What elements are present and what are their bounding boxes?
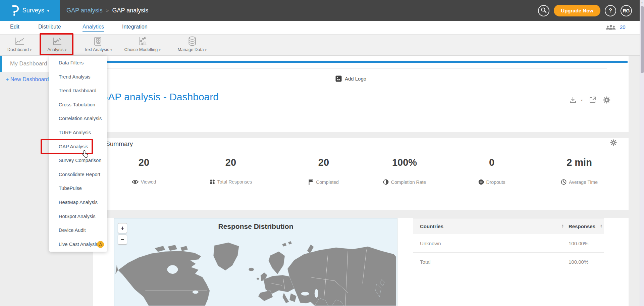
- menu-item-label: Live Cast Analysis: [59, 242, 98, 247]
- menu-item-consolidate-report[interactable]: Consolidate Report: [49, 168, 107, 182]
- nav-integration[interactable]: Integration: [122, 24, 148, 30]
- menu-item-turf-analysis[interactable]: TURF Analysis: [49, 126, 107, 140]
- stat-label: Dropouts: [486, 180, 505, 185]
- download-button[interactable]: [569, 96, 577, 104]
- menu-item-live-cast-analysis[interactable]: Live Cast Analysis: [49, 238, 107, 252]
- nav-distribute[interactable]: Distribute: [38, 24, 61, 30]
- text-analysis-icon: [78, 36, 118, 46]
- menu-item-data-filters[interactable]: Data Filters: [49, 56, 107, 70]
- menu-item-heatmap-analysis[interactable]: HeatMap Analysis: [49, 196, 107, 210]
- menu-item-survey-comparison[interactable]: Survey Comparison: [49, 154, 107, 168]
- menu-item-gap-analysis[interactable]: GAP Analysis: [49, 140, 107, 154]
- dashboard-content: Add Logo GAP analysis - Dashboard ▾: [93, 56, 629, 306]
- toolbar-manage-data[interactable]: Manage Data ▾: [173, 35, 211, 56]
- country-value: 100.00%: [569, 259, 604, 265]
- search-button[interactable]: [538, 5, 549, 16]
- toolbar-dashboard[interactable]: Dashboard ▾: [3, 35, 36, 56]
- new-dashboard-link[interactable]: + New Dashboard: [6, 76, 49, 83]
- product-name: Surveys: [22, 7, 44, 14]
- stat-value: 0: [458, 157, 525, 168]
- my-dashboard-label: My Dashboard: [10, 60, 47, 67]
- upgrade-now-button[interactable]: Upgrade Now: [554, 5, 600, 16]
- stat-value: 20: [110, 157, 177, 168]
- main-nav: Edit Distribute Analytics Integration 20: [0, 21, 644, 35]
- toolbar-analysis[interactable]: Analysis ▾: [41, 35, 73, 56]
- countries-table-header: Countries ▲▼ Responses ▲▼: [413, 218, 604, 234]
- world-map[interactable]: [114, 237, 397, 306]
- analytics-toolbar: Dashboard ▾ Analysis ▾ Text: [0, 35, 644, 56]
- stat-average-time: 2 min Average Time: [546, 157, 613, 185]
- breadcrumb-current: GAP analysis: [112, 7, 148, 14]
- top-bar: Surveys ▾ GAP analysis > GAP analysis Up…: [0, 0, 644, 21]
- menu-item-cross-tabulation[interactable]: Cross-Tabulation: [49, 98, 107, 112]
- stat-value: 100%: [371, 157, 438, 168]
- page-title: GAP analysis - Dashboard: [100, 91, 219, 103]
- chevron-down-icon: ▾: [30, 48, 32, 52]
- scrollbar-up-arrow[interactable]: ▲: [640, 1, 644, 4]
- menu-item-correlation-analysis[interactable]: Correlation Analysis: [49, 112, 107, 126]
- nav-analytics[interactable]: Analytics: [83, 24, 104, 32]
- chevron-down-icon: ▾: [65, 48, 66, 52]
- report-actions: ▾: [569, 96, 611, 104]
- stat-label: Viewed: [141, 179, 156, 185]
- response-distribution-map: Response Distribution + −: [114, 218, 397, 306]
- toolbar-analysis-label: Analysis: [47, 47, 63, 52]
- mouse-cursor-icon: [82, 150, 89, 160]
- dashboard-chart-icon: [3, 36, 36, 46]
- responses-column-header[interactable]: Responses: [569, 223, 595, 229]
- stat-completed: 20 Completed: [290, 157, 357, 185]
- summary-heading: Summary: [106, 140, 133, 148]
- stat-completion-rate: 100% Completion Rate: [371, 157, 438, 185]
- download-caret-icon[interactable]: ▾: [581, 98, 583, 102]
- analysis-chart-icon: [41, 36, 73, 46]
- menu-item-hotspot-analysis[interactable]: HotSpot Analysis: [49, 210, 107, 224]
- respondents-icon: [606, 24, 616, 32]
- toolbar-text-analysis[interactable]: Text Analysis ▾: [78, 35, 118, 56]
- minus-circle-icon: [478, 179, 484, 185]
- accent-divider: [93, 61, 628, 63]
- menu-item-trend-dashboard[interactable]: Trend Dashboard: [49, 84, 107, 98]
- nav-edit[interactable]: Edit: [10, 24, 19, 30]
- page-scrollbar[interactable]: ▲: [640, 0, 644, 306]
- menu-item-trend-analysis[interactable]: Trend Analysis: [49, 70, 107, 84]
- half-circle-icon: [383, 179, 389, 185]
- add-logo-button[interactable]: Add Logo: [95, 68, 607, 89]
- countries-column-header[interactable]: Countries: [420, 223, 443, 229]
- stat-divider: [206, 174, 256, 174]
- summary-gear-icon[interactable]: [610, 139, 617, 148]
- surveys-menu[interactable]: Surveys ▾: [0, 0, 60, 21]
- chevron-down-icon: ▾: [205, 48, 207, 52]
- toolbar-choice-modelling[interactable]: Choice Modelling ▾: [121, 35, 163, 56]
- share-button[interactable]: [589, 96, 597, 104]
- respondents-count[interactable]: 20: [620, 24, 626, 30]
- sort-icon[interactable]: ▲▼: [600, 224, 602, 228]
- eye-icon: [132, 180, 139, 184]
- avatar[interactable]: RG: [621, 5, 632, 16]
- menu-item-device-audit[interactable]: Device Audit: [49, 223, 107, 238]
- country-name: Total: [413, 259, 569, 265]
- section-gap: [93, 132, 629, 138]
- map-title: Response Distribution: [114, 222, 397, 231]
- chevron-down-icon: ▾: [47, 9, 49, 13]
- chevron-down-icon: ▾: [159, 48, 161, 52]
- add-logo-label: Add Logo: [345, 76, 366, 82]
- settings-gear-icon[interactable]: [603, 96, 611, 104]
- countries-table: Countries ▲▼ Responses ▲▼ Unknown 100.00…: [413, 218, 604, 271]
- chevron-down-icon: ▾: [110, 48, 112, 52]
- toolbar-text-analysis-label: Text Analysis: [84, 47, 109, 52]
- breadcrumb-separator: >: [106, 8, 109, 13]
- breadcrumb-parent[interactable]: GAP analysis: [66, 7, 103, 14]
- clock-icon: [561, 179, 567, 185]
- breadcrumb: GAP analysis > GAP analysis: [66, 0, 148, 21]
- stat-divider: [554, 174, 604, 174]
- sort-icon[interactable]: ▲▼: [561, 224, 564, 228]
- flag-icon: [309, 179, 314, 185]
- map-zoom-in-button[interactable]: +: [118, 223, 127, 233]
- country-name: Unknown: [413, 241, 569, 246]
- stat-label: Total Responses: [217, 179, 252, 185]
- stat-label: Completed: [316, 180, 339, 185]
- help-button[interactable]: ?: [605, 5, 616, 16]
- stat-divider: [119, 174, 169, 174]
- scrollbar-thumb[interactable]: [641, 6, 644, 73]
- menu-item-tubepulse[interactable]: TubePulse: [49, 182, 107, 196]
